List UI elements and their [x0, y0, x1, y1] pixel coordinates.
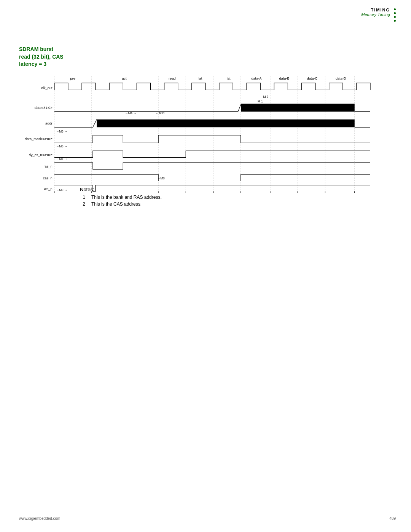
svg-text:cas_n: cas_n [43, 176, 53, 180]
note-number-2: 2 [80, 201, 85, 207]
svg-text:addr: addr [45, 121, 53, 125]
list-item: 1 This is the bank and RAS address. [80, 195, 162, 200]
footer: www.digiembedded.com 489 [19, 516, 396, 521]
notes-title: Notes: [80, 187, 162, 192]
svg-text:←M9 →: ←M9 → [56, 189, 67, 192]
timing-svg: pre act read lat lat data-A data-B data-… [19, 74, 396, 196]
svg-text:data-B: data-B [279, 77, 289, 80]
note-text-1: This is the bank and RAS address. [91, 195, 162, 200]
svg-text:lat: lat [227, 77, 231, 80]
svg-text:data_mask<3:0>*: data_mask<3:0>* [25, 137, 53, 141]
svg-text:we_n: we_n [44, 187, 53, 191]
timing-label: TIMING [361, 8, 390, 12]
svg-text:dy_cs_n<3:0>*: dy_cs_n<3:0>* [29, 153, 53, 157]
svg-text:act: act [122, 77, 127, 80]
title-line2: read (32 bit), CAS [19, 53, 64, 61]
header: TIMING Memory Timing [361, 8, 396, 22]
svg-text:M 1: M 1 [258, 100, 263, 103]
svg-text:clk_out: clk_out [41, 86, 53, 90]
svg-text:M 2: M 2 [263, 95, 268, 99]
note-number-1: 1 [80, 195, 85, 200]
svg-rect-32 [241, 104, 355, 112]
dot-4 [394, 20, 396, 22]
svg-text:pre: pre [70, 77, 75, 80]
svg-text:data-D: data-D [336, 77, 346, 80]
dot-3 [394, 16, 396, 18]
note-text-2: This is the CAS address. [91, 201, 142, 207]
svg-text:data-A: data-A [251, 77, 262, 80]
notes-section: Notes: 1 This is the bank and RAS addres… [80, 187, 162, 208]
dot-1 [394, 8, 396, 10]
svg-rect-37 [97, 120, 355, 128]
svg-text:read: read [169, 77, 176, 80]
footer-website: www.digiembedded.com [19, 516, 60, 521]
decorative-dots [394, 8, 396, 22]
svg-text:←M11: ←M11 [156, 112, 165, 115]
page-title: SDRAM burst read (32 bit), CAS latency =… [19, 46, 64, 68]
svg-text:←M4 →: ←M4 → [125, 112, 136, 115]
list-item: 2 This is the CAS address. [80, 201, 162, 207]
notes-list: 1 This is the bank and RAS address. 2 Th… [80, 195, 162, 207]
memory-timing-label: Memory Timing [361, 12, 390, 17]
title-line1: SDRAM burst [19, 46, 64, 53]
header-text: TIMING Memory Timing [361, 8, 390, 17]
svg-text:data-C: data-C [307, 77, 317, 80]
svg-text:lat: lat [199, 77, 202, 80]
svg-text:←M6 →: ←M6 → [56, 145, 67, 148]
svg-text:ras_n: ras_n [43, 165, 52, 168]
svg-text:←M8: ←M8 [157, 177, 165, 180]
svg-text:data<31:0>: data<31:0> [35, 106, 53, 110]
dot-2 [394, 12, 396, 14]
svg-text:←M5 →: ←M5 → [56, 130, 67, 133]
footer-page-number: 489 [389, 516, 396, 521]
svg-text:←M7 →: ←M7 → [56, 157, 67, 161]
title-line3: latency = 3 [19, 61, 64, 68]
timing-diagram: pre act read lat lat data-A data-B data-… [19, 74, 396, 197]
